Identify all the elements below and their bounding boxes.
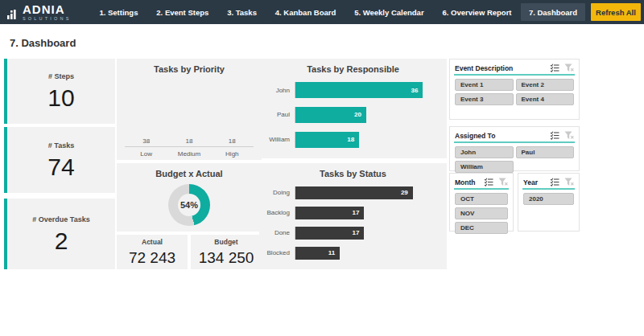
donut-wrap: 54%	[117, 184, 262, 226]
slicer-item-button[interactable]: Event 2	[516, 79, 575, 91]
nav-item[interactable]: 1. Settings	[99, 8, 138, 17]
category-label: Medium	[169, 150, 209, 158]
bar-row: Done17	[266, 227, 437, 240]
nav-items: 1. Settings2. Event Steps3. Tasks4. Kanb…	[90, 0, 521, 24]
clear-filter-icon[interactable]	[498, 178, 508, 186]
chart-title: Tasks by Responsible	[259, 64, 447, 74]
slicer-underline	[454, 141, 575, 143]
bar-column: 18	[218, 137, 246, 146]
bar-row: Paul20	[266, 107, 437, 123]
actual-cell: Actual 72 243	[117, 235, 188, 269]
slicer-item-button[interactable]: Event 4	[516, 93, 575, 105]
bar-value-label: 20	[354, 111, 361, 118]
category-label: Doing	[266, 189, 295, 196]
category-label: Backlog	[266, 209, 295, 216]
slicer-items: JohnPaulWilliam	[455, 146, 574, 173]
status-plot-area: Doing29Backlog17Done17Blocked11	[266, 182, 437, 263]
clear-filter-icon[interactable]	[564, 131, 574, 140]
multiselect-icon[interactable]	[550, 64, 559, 72]
donut-hole: 54%	[178, 194, 200, 216]
slicer-icons	[550, 131, 574, 140]
slicer-items: Event 1Event 2Event 3Event 4	[455, 79, 574, 105]
bar-value-label: 18	[229, 137, 236, 145]
budget-donut: 54%	[168, 184, 210, 226]
category-label: Paul	[266, 111, 295, 118]
bar-track: 17	[295, 227, 437, 240]
bar-track: 11	[295, 247, 437, 260]
nav-item[interactable]: 4. Kanban Board	[275, 8, 336, 17]
actual-label: Actual	[142, 238, 163, 246]
slicer-item-button[interactable]: William	[455, 161, 514, 173]
kpi-value: 10	[47, 86, 74, 110]
bar-column: 18	[175, 137, 203, 146]
kpi-card-steps: # Steps 10	[4, 59, 115, 124]
kpi-label: # Steps	[48, 72, 74, 80]
slicer-item-button[interactable]: John	[455, 146, 514, 158]
kpi-label: # Tasks	[48, 141, 74, 150]
nav-item[interactable]: 3. Tasks	[227, 8, 257, 17]
slicer-year: Year 2020	[518, 173, 580, 232]
slicer-assigned-to: Assigned To JohnPaulWilliam	[449, 126, 580, 171]
slicer-icons	[550, 64, 574, 72]
category-label: Low	[126, 150, 167, 158]
tab-dashboard[interactable]: 7. Dashboard	[521, 3, 585, 21]
category-label: Done	[266, 229, 295, 236]
bar-track: 20	[295, 107, 437, 123]
budget-cell: Budget 134 250	[191, 235, 262, 269]
slicer-header: Month	[455, 177, 508, 187]
page-title: 7. Dashboard	[10, 37, 76, 49]
top-nav-bar: ADNIA SOLUTIONS 1. Settings2. Event Step…	[0, 0, 644, 24]
multiselect-icon[interactable]	[550, 131, 559, 140]
bar-value-label: 38	[142, 137, 150, 145]
bar-value-label: 18	[347, 136, 354, 143]
nav-item[interactable]: 2. Event Steps	[156, 8, 208, 17]
slicer-title: Assigned To	[455, 132, 495, 140]
logo-text: ADNIA SOLUTIONS	[23, 4, 72, 21]
bar: 17	[295, 207, 364, 219]
slicer-month: Month OCTNOVDEC	[449, 173, 514, 232]
budget-value: 134 250	[199, 249, 254, 267]
responsible-plot-area: John36Paul20William18	[266, 78, 437, 152]
chart-title: Tasks by Priority	[117, 64, 262, 74]
slicer-item-button[interactable]: DEC	[455, 222, 508, 234]
clear-filter-icon[interactable]	[564, 178, 574, 186]
slicer-item-button[interactable]: 2020	[523, 193, 574, 205]
slicer-underline	[454, 74, 575, 76]
slicer-icons	[484, 178, 508, 186]
multiselect-icon[interactable]	[484, 178, 493, 186]
slicer-item-button[interactable]: Paul	[516, 146, 575, 158]
bar-track: 36	[295, 82, 437, 98]
bar: 36	[295, 82, 423, 98]
bar: 18	[295, 132, 359, 148]
slicer-underline	[522, 188, 575, 190]
slicer-item-button[interactable]: OCT	[455, 193, 508, 205]
refresh-all-button[interactable]: Refresh All	[591, 3, 641, 21]
budget-label: Budget	[214, 238, 237, 246]
slicer-title: Month	[455, 178, 476, 186]
bar: 11	[295, 247, 340, 260]
slicer-item-button[interactable]: Event 1	[455, 79, 514, 91]
actual-value: 72 243	[129, 249, 175, 267]
kpi-card-tasks: # Tasks 74	[4, 127, 115, 193]
bar-value-label: 18	[186, 137, 193, 145]
slicer-icons	[550, 178, 574, 186]
slicer-title: Event Description	[455, 64, 513, 72]
logo-subtitle: SOLUTIONS	[23, 16, 72, 21]
category-label: John	[266, 87, 295, 94]
chart-title: Tasks by Status	[259, 169, 447, 178]
slicer-item-button[interactable]: Event 3	[455, 93, 514, 105]
slicer-header: Year	[523, 177, 574, 187]
slicer-item-button[interactable]: NOV	[455, 207, 508, 219]
adnia-logo: ADNIA SOLUTIONS	[0, 4, 90, 21]
nav-item[interactable]: 5. Weekly Calendar	[354, 8, 423, 17]
slicer-header: Event Description	[455, 63, 574, 73]
bar-column: 38	[133, 137, 160, 146]
donut-percent-label: 54%	[180, 200, 198, 210]
bar-row: Backlog17	[266, 207, 437, 219]
clear-filter-icon[interactable]	[564, 64, 574, 72]
nav-item[interactable]: 6. Overview Report	[442, 8, 511, 17]
kpi-value: 2	[55, 229, 68, 253]
category-label: William	[266, 136, 295, 143]
multiselect-icon[interactable]	[550, 178, 559, 186]
chart-title: Budget x Actual	[117, 169, 262, 178]
